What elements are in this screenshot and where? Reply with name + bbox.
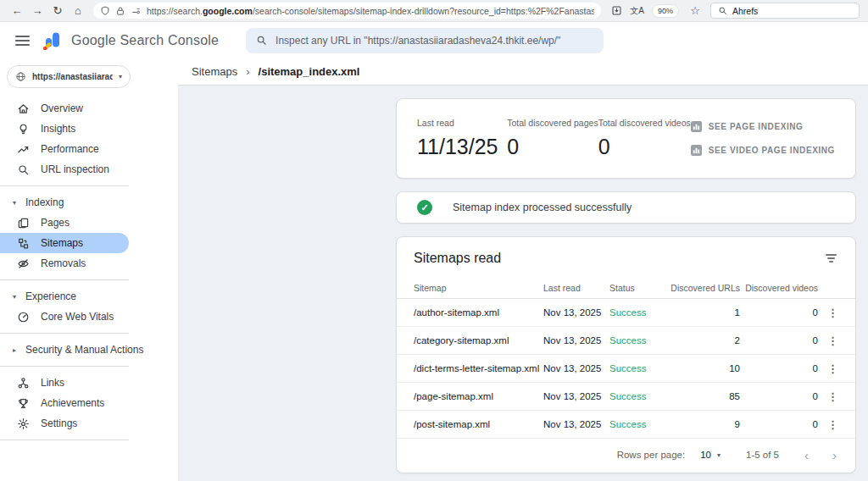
refresh-icon[interactable]: ↻ [49,0,66,22]
sidebar-item-performance[interactable]: Performance [0,139,129,159]
discovered-pages-value: 0 [507,135,598,159]
sidebar-item-label: Overview [41,102,83,114]
status-banner: ✓ Sitemap index processed successfully [396,191,856,224]
hamburger-menu-icon[interactable] [15,36,30,46]
sidebar-divider [0,333,129,334]
table-title: Sitemaps read [414,251,501,266]
property-selector[interactable]: https://anastasiiaradas ... ▾ [7,65,131,88]
column-header-discovered-urls[interactable]: Discovered URLs [662,283,740,293]
sidebar-item-core-web-vitals[interactable]: Core Web Vitals [0,307,129,327]
sidebar-section-security[interactable]: ▸ Security & Manual Actions [0,340,178,360]
column-header-status[interactable]: Status [609,283,662,293]
table-row[interactable]: /author-sitemap.xml Nov 13, 2025 Success… [397,299,855,327]
sitemaps-icon [16,236,30,250]
cell-last-read: Nov 13, 2025 [543,335,609,346]
sidebar-section-indexing[interactable]: ▾ Indexing [0,192,178,213]
tracking-prevention-icon[interactable] [131,6,142,16]
sidebar-item-removals[interactable]: Removals [0,253,129,274]
sidebar: https://anastasiiaradas ... ▾ Overview I… [0,58,178,481]
sidebar-divider [0,366,129,367]
cell-sitemap: /dict-terms-letter-sitemap.xml [414,363,543,373]
cell-status: Success [609,335,662,346]
column-header-sitemap[interactable]: Sitemap [414,283,543,293]
next-page-icon[interactable]: › [832,448,837,462]
shield-icon[interactable] [100,6,110,16]
save-page-icon[interactable] [611,5,622,16]
cell-sitemap: /page-sitemap.xml [414,391,543,401]
cell-last-read: Nov 13, 2025 [543,307,609,318]
kebab-menu-icon[interactable]: ⋮ [818,390,838,403]
check-circle-icon: ✓ [417,200,432,215]
cell-last-read: Nov 13, 2025 [543,363,609,373]
sidebar-divider [0,185,129,186]
table-row[interactable]: /category-sitemap.xml Nov 13, 2025 Succe… [397,327,855,355]
sidebar-item-pages[interactable]: Pages [0,213,129,233]
kebab-menu-icon[interactable]: ⋮ [818,307,838,319]
address-bar[interactable]: https://search.google.com/search-console… [93,3,601,19]
translate-icon[interactable]: 文A [630,5,644,17]
home-icon[interactable]: ⌂ [70,0,86,22]
sidebar-section-experience[interactable]: ▾ Experience [0,286,178,307]
cell-sitemap: /category-sitemap.xml [414,335,543,346]
kebab-menu-icon[interactable]: ⋮ [818,334,838,347]
cell-discovered-urls: 9 [662,419,740,429]
last-read-metric: Last read 11/13/25 [417,118,507,159]
sidebar-divider [0,440,129,440]
cell-sitemap: /post-sitemap.xml [414,419,543,429]
url-inspection-icon [16,163,30,176]
filter-icon[interactable] [824,252,838,264]
sitemaps-read-card: Sitemaps read Sitemap Last read Status D… [396,236,856,473]
cell-status: Success [609,307,662,318]
sidebar-item-insights[interactable]: Insights [0,119,129,139]
lock-icon[interactable] [115,6,125,16]
column-header-last-read[interactable]: Last read [543,283,609,293]
table-row[interactable]: /post-sitemap.xml Nov 13, 2025 Success 9… [397,411,855,439]
url-text: https://search.google.com/search-console… [147,6,594,16]
cell-discovered-videos: 0 [740,335,818,346]
forward-icon[interactable]: → [29,0,46,22]
table-row[interactable]: /dict-terms-letter-sitemap.xml Nov 13, 2… [397,355,855,383]
sidebar-item-url-inspection[interactable]: URL inspection [0,159,129,180]
breadcrumb-sitemaps-link[interactable]: Sitemaps [192,65,237,78]
see-video-page-indexing-button[interactable]: SEE VIDEO PAGE INDEXING [691,145,835,156]
cell-discovered-videos: 0 [740,391,818,401]
sidebar-item-label: Removals [41,257,86,269]
chevron-down-icon: ▾ [10,199,19,207]
chart-icon [691,145,702,156]
kebab-menu-icon[interactable]: ⋮ [818,418,838,431]
discovered-videos-metric: Total discovered videos 0 [598,118,691,159]
kebab-menu-icon[interactable]: ⋮ [818,362,838,375]
cell-discovered-urls: 2 [662,335,740,346]
pages-icon [16,216,30,229]
cell-discovered-urls: 1 [662,307,740,318]
main-content: Sitemaps › /sitemap_index.xml Last read … [178,58,868,481]
cell-discovered-urls: 10 [662,363,740,373]
sidebar-item-links[interactable]: Links [0,373,129,393]
back-icon[interactable]: ← [8,0,25,22]
chevron-down-icon: ▾ [119,73,122,80]
star-icon[interactable]: ☆ [687,0,704,22]
sidebar-item-label: Pages [41,217,70,229]
sidebar-item-achievements[interactable]: Achievements [0,393,129,413]
sidebar-item-overview[interactable]: Overview [0,98,129,119]
app-title: Google Search Console [71,33,219,48]
sidebar-divider [0,279,129,280]
table-row[interactable]: /page-sitemap.xml Nov 13, 2025 Success 8… [397,383,855,411]
extension-search-box[interactable]: Ahrefs [710,3,860,19]
see-page-indexing-label: SEE PAGE INDEXING [709,122,804,131]
sidebar-item-settings[interactable]: Settings [0,413,129,434]
sidebar-item-sitemaps[interactable]: Sitemaps [0,233,129,253]
cell-last-read: Nov 13, 2025 [543,391,609,401]
achievements-icon [16,396,30,410]
cell-last-read: Nov 13, 2025 [543,419,609,429]
zoom-level-badge[interactable]: 90% [652,4,679,18]
app-header: Google Search Console [0,22,868,58]
chart-icon [691,121,702,132]
rows-per-page-value: 10 [700,450,711,460]
rows-per-page-select[interactable]: 10 ▾ [700,450,721,460]
previous-page-icon[interactable]: ‹ [804,448,809,462]
see-page-indexing-button[interactable]: SEE PAGE INDEXING [691,121,804,132]
url-inspect-input[interactable] [275,35,593,47]
url-inspect-searchbar[interactable] [246,28,604,53]
column-header-discovered-videos[interactable]: Discovered videos [740,283,818,293]
